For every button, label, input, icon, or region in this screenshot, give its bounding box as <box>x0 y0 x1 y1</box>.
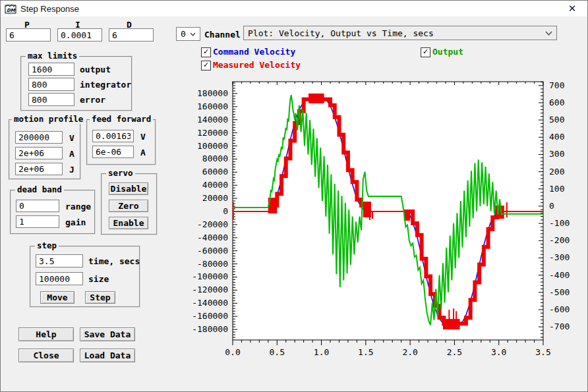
title-bar: DM Step Response ✕ <box>1 1 587 16</box>
channel-label: Channel <box>204 30 241 40</box>
step-time-input[interactable] <box>36 254 83 267</box>
load-data-button[interactable]: Load Data <box>80 349 135 362</box>
measured-velocity-label: Measured Velocity <box>213 60 301 70</box>
motion-profile-title: motion profile <box>12 114 85 124</box>
deadband-range-input[interactable] <box>16 200 59 212</box>
svg-text:-300: -300 <box>549 252 570 262</box>
ff-acceleration-label: A <box>140 148 146 157</box>
enable-button[interactable]: Enable <box>109 217 148 229</box>
svg-text:-100000: -100000 <box>192 271 228 281</box>
help-button[interactable]: Help <box>18 327 74 341</box>
chevron-down-icon <box>545 31 552 36</box>
chevron-down-icon <box>190 32 196 36</box>
move-button[interactable]: Move <box>40 291 74 304</box>
error-limit-label: error <box>80 95 105 105</box>
svg-text:40000: 40000 <box>202 180 228 190</box>
svg-text:-140000: -140000 <box>192 298 228 308</box>
d-input[interactable] <box>109 28 154 42</box>
svg-text:-600: -600 <box>549 304 570 314</box>
feed-forward-group: feed forward <box>86 119 156 165</box>
svg-text:0.0: 0.0 <box>225 347 240 357</box>
svg-text:-20000: -20000 <box>197 219 228 229</box>
svg-text:DM: DM <box>7 8 16 13</box>
svg-text:700: 700 <box>549 80 564 90</box>
svg-text:1.0: 1.0 <box>314 347 329 357</box>
ff-acceleration-input[interactable] <box>92 146 134 158</box>
svg-text:3.0: 3.0 <box>491 347 506 357</box>
error-limit-input[interactable] <box>28 93 74 106</box>
svg-text:-120000: -120000 <box>192 285 228 294</box>
acceleration-label: A <box>69 149 74 159</box>
svg-text:0: 0 <box>223 206 228 216</box>
output-checkbox[interactable]: ✓ <box>421 47 430 57</box>
deadband-gain-input[interactable] <box>16 215 59 228</box>
i-input[interactable] <box>57 28 102 42</box>
svg-text:-180000: -180000 <box>192 324 228 334</box>
svg-text:500: 500 <box>549 115 564 125</box>
p-input[interactable] <box>6 28 51 42</box>
svg-text:-40000: -40000 <box>197 233 228 242</box>
velocity-label: V <box>69 133 74 143</box>
feed-forward-title: feed forward <box>90 114 153 124</box>
svg-text:3.5: 3.5 <box>535 347 550 357</box>
integrator-limit-label: integrator <box>80 80 131 90</box>
svg-text:400: 400 <box>549 132 564 142</box>
svg-text:-100: -100 <box>549 218 570 228</box>
output-limit-input[interactable] <box>28 63 74 76</box>
svg-text:180000: 180000 <box>197 88 228 98</box>
zero-button[interactable]: Zero <box>109 200 148 212</box>
close-window-button[interactable]: ✕ <box>562 2 582 15</box>
integrator-limit-input[interactable] <box>28 78 74 91</box>
plot-type-value: Plot: Velocity, Output vs Time, secs <box>248 28 434 38</box>
step-response-chart: -180000-160000-140000-120000-100000-8000… <box>185 72 583 370</box>
jerk-label: J <box>69 165 74 175</box>
command-velocity-label: Command Velocity <box>213 47 295 57</box>
svg-text:-400: -400 <box>549 270 570 280</box>
acceleration-input[interactable] <box>15 147 63 159</box>
svg-text:-700: -700 <box>549 322 570 331</box>
close-button[interactable]: Close <box>18 349 74 362</box>
svg-text:0.5: 0.5 <box>270 347 285 357</box>
svg-text:200: 200 <box>549 167 564 177</box>
svg-text:140000: 140000 <box>197 115 228 125</box>
command-velocity-checkbox[interactable]: ✓ <box>201 47 211 57</box>
app-icon: DM <box>5 3 16 14</box>
svg-text:60000: 60000 <box>202 167 228 177</box>
measured-velocity-checkbox[interactable]: ✓ <box>201 61 211 70</box>
svg-text:-160000: -160000 <box>192 311 228 321</box>
svg-text:20000: 20000 <box>202 193 228 203</box>
svg-text:-200: -200 <box>549 235 570 245</box>
step-button[interactable]: Step <box>85 291 115 304</box>
window-title: Step Response <box>20 4 79 14</box>
ff-velocity-input[interactable] <box>92 130 134 142</box>
chart-svg: -180000-160000-140000-120000-100000-8000… <box>185 72 583 370</box>
step-size-input[interactable] <box>36 272 83 285</box>
save-data-button[interactable]: Save Data <box>80 327 135 341</box>
svg-text:100000: 100000 <box>197 141 228 151</box>
svg-text:300: 300 <box>549 149 564 159</box>
step-time-label: time, secs <box>88 256 140 266</box>
output-label: Output <box>432 47 463 57</box>
svg-text:2.5: 2.5 <box>447 347 462 357</box>
svg-text:-500: -500 <box>549 287 570 297</box>
svg-text:-80000: -80000 <box>197 259 228 269</box>
deadband-gain-label: gain <box>65 217 86 227</box>
jerk-input[interactable] <box>15 163 63 175</box>
channel-value: 0 <box>181 29 186 39</box>
deadband-range-label: range <box>65 202 91 211</box>
max-limits-title: max limits <box>26 51 79 61</box>
step-title: step <box>35 240 59 250</box>
svg-text:120000: 120000 <box>197 128 228 138</box>
step-size-label: size <box>88 274 109 284</box>
servo-title: servo <box>106 168 135 178</box>
svg-text:100: 100 <box>549 184 564 194</box>
channel-select[interactable]: 0 <box>176 27 200 41</box>
plot-type-select[interactable]: Plot: Velocity, Output vs Time, secs <box>243 26 557 40</box>
velocity-input[interactable] <box>15 131 63 144</box>
disable-button[interactable]: Disable <box>109 182 148 195</box>
output-limit-label: output <box>80 65 111 74</box>
ff-velocity-label: V <box>140 132 146 142</box>
svg-text:160000: 160000 <box>197 101 228 111</box>
svg-text:80000: 80000 <box>202 154 228 163</box>
svg-text:0: 0 <box>549 201 554 211</box>
